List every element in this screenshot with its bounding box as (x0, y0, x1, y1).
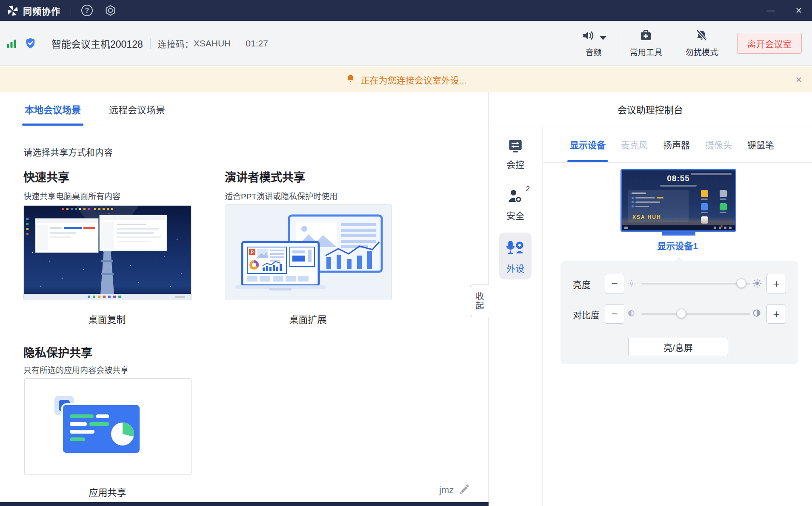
header-toolbar: 音频 常用工具 (569, 29, 812, 58)
display-stand (662, 232, 695, 236)
bell-icon (346, 73, 355, 86)
app-share-preview[interactable] (24, 378, 192, 475)
speaker-icon (580, 29, 596, 44)
assistant-body: 会控 2 安全 (489, 126, 812, 506)
common-tools-button[interactable]: 常用工具 (630, 29, 662, 58)
screen-on-off-button[interactable]: 亮/息屏 (628, 338, 728, 356)
privacy-share-title: 隐私保护共享 (23, 344, 92, 360)
notification-close-icon[interactable]: × (796, 74, 802, 86)
display-device-content: 08:55 XSA HUH (543, 163, 812, 506)
contrast-high-icon (752, 309, 761, 317)
audio-label: 音频 (585, 46, 601, 58)
bell-slash-icon (695, 29, 708, 44)
contrast-low-icon (628, 310, 635, 317)
rail-item-security[interactable]: 2 安全 (506, 188, 524, 221)
contrast-minus-button[interactable]: − (605, 304, 624, 324)
connection-code-label: 连接码： (158, 37, 194, 50)
titlebar-divider (71, 6, 71, 15)
svg-text:P: P (251, 250, 254, 255)
audio-button[interactable]: 音频 (580, 29, 606, 58)
device-console: 显示设备 麦克风 扬声器 摄像头 键鼠笔 08:55 (543, 126, 812, 506)
peripherals-icon (506, 239, 525, 258)
security-person-icon (507, 188, 523, 205)
settings-icon[interactable] (105, 5, 116, 16)
side-rail: 会控 2 安全 (489, 126, 543, 506)
header-divider (150, 38, 151, 49)
mini-wallpaper-band (622, 217, 735, 225)
meeting-title: 智能会议主机200128 (51, 36, 143, 51)
app-share-illustration (25, 379, 190, 474)
share-prompt: 请选择共享方式和内容 (23, 145, 113, 158)
edit-pencil-icon[interactable] (458, 483, 469, 497)
contrast-slider[interactable] (641, 313, 750, 315)
assistant-console-title: 会议助理控制台 (489, 92, 812, 126)
leave-meeting-button[interactable]: 离开会议室 (737, 33, 802, 54)
display-device-name[interactable]: 显示设备1 (620, 239, 735, 252)
tab-microphone[interactable]: 麦克风 (621, 138, 648, 162)
brightness-row: 亮度 − (560, 274, 798, 293)
app-window: 同频协作 ? — × (0, 0, 812, 506)
tab-keyboard-pen[interactable]: 键鼠笔 (747, 138, 774, 162)
tab-display-device[interactable]: 显示设备 (570, 138, 606, 162)
tab-local-scene[interactable]: 本地会议场景 (25, 92, 81, 126)
common-tools-label: 常用工具 (630, 46, 662, 58)
display-device-thumbnail[interactable]: 08:55 XSA HUH (620, 169, 736, 232)
brightness-plus-button[interactable]: + (766, 274, 786, 293)
share-panel: 本地会议场景 远程会议场景 请选择共享方式和内容 快速共享 快速共享电脑桌面所有… (0, 92, 489, 506)
assistant-panel: 会议助理控制台 会控 (489, 92, 812, 506)
meeting-header: 智能会议主机200128 连接码： XSAHUH 01:27 (0, 21, 812, 66)
rail-label-peripherals: 外设 (506, 262, 524, 274)
header-divider (44, 38, 44, 49)
brightness-slider-handle[interactable] (737, 279, 746, 288)
do-not-disturb-button[interactable]: 勿扰模式 (686, 29, 718, 58)
tab-speaker[interactable]: 扬声器 (663, 138, 690, 162)
desktop-copy-preview[interactable] (23, 205, 192, 300)
sun-dim-icon (628, 279, 635, 287)
desktop-screenshot-thumbnail (24, 206, 191, 300)
user-row: jmz (439, 483, 469, 497)
meeting-control-icon (508, 139, 523, 154)
notification-text: 正在为您连接会议室外设... (361, 73, 467, 86)
presenter-illustration: P (225, 204, 391, 299)
app-logo-icon (7, 5, 19, 17)
contrast-row: 对比度 − (560, 304, 798, 324)
close-button[interactable]: × (795, 4, 802, 17)
quick-share-subtitle: 快速共享电脑桌面所有内容 (23, 190, 120, 201)
connection-code-value: XSAHUH (194, 38, 231, 49)
security-shield-icon (24, 37, 37, 49)
security-badge: 2 (526, 185, 530, 193)
minimize-button[interactable]: — (766, 6, 775, 15)
taskbar-edge (0, 502, 489, 506)
rail-item-meeting-control[interactable]: 会控 (506, 139, 524, 170)
collapse-label: 收起 (473, 292, 486, 310)
scene-tabs: 本地会议场景 远程会议场景 (0, 92, 488, 126)
brightness-minus-button[interactable]: − (605, 274, 624, 293)
tab-camera[interactable]: 摄像头 (705, 138, 732, 162)
presenter-share-subtitle: 适合PPT演讲或隐私保护时使用 (225, 190, 337, 201)
contrast-label: 对比度 (573, 308, 600, 321)
display-control-panel: 亮度 − (560, 261, 798, 364)
rail-item-peripherals[interactable]: 外设 (499, 233, 532, 279)
contrast-slider-handle[interactable] (677, 309, 686, 318)
desktop-extend-caption: 桌面扩展 (225, 312, 391, 325)
brightness-slider[interactable] (641, 283, 750, 285)
meeting-timer: 01:27 (246, 38, 268, 49)
tab-remote-scene[interactable]: 远程会议场景 (109, 92, 165, 126)
desktop-copy-caption: 桌面复制 (23, 312, 191, 325)
toolbar-divider (674, 33, 674, 54)
help-icon[interactable]: ? (81, 5, 93, 16)
mini-clock: 08:55 (622, 174, 735, 183)
desktop-extend-preview[interactable]: P (225, 204, 392, 300)
collapse-panel-button[interactable]: 收起 (470, 285, 489, 317)
mini-dock (622, 225, 735, 230)
brightness-label: 亮度 (573, 278, 591, 290)
signal-strength-icon (6, 38, 17, 49)
sun-bright-icon (752, 279, 762, 288)
app-title: 同频协作 (23, 4, 60, 17)
privacy-share-subtitle: 只有所选的应用内容会被共享 (23, 364, 129, 375)
do-not-disturb-label: 勿扰模式 (686, 46, 718, 58)
chevron-down-icon[interactable] (600, 36, 606, 40)
rail-label-meeting-control: 会控 (506, 158, 524, 170)
app-share-caption: 应用共享 (24, 485, 191, 498)
contrast-plus-button[interactable]: + (766, 304, 786, 324)
